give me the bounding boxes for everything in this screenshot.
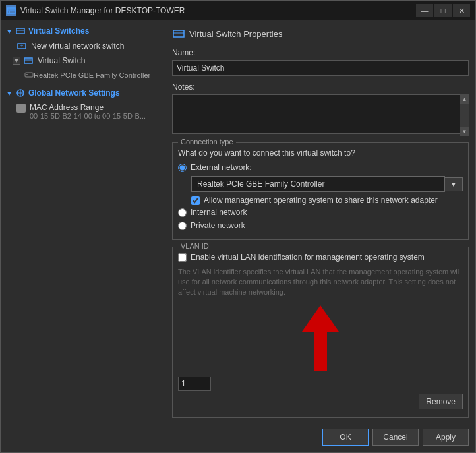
red-arrow xyxy=(302,305,339,371)
vlan-input-row xyxy=(178,377,463,391)
svg-rect-3 xyxy=(16,28,24,34)
scroll-up-arrow[interactable]: ▲ xyxy=(460,94,469,104)
vlan-checkbox-label[interactable]: Enable virtual LAN identification for ma… xyxy=(191,253,425,262)
management-checkbox-row: Allow management operating system to sha… xyxy=(191,196,463,205)
svg-rect-14 xyxy=(173,30,184,37)
switch-icon xyxy=(23,55,34,66)
adapter-dropdown[interactable]: Realtek PCIe GBE Family Controller xyxy=(191,176,445,192)
new-virtual-switch-label: New virtual network switch xyxy=(31,42,124,51)
mac-address-item[interactable]: MAC Address Range 00-15-5D-B2-14-00 to 0… xyxy=(1,101,165,122)
svg-rect-7 xyxy=(24,58,32,63)
right-panel: Virtual Switch Properties Name: Notes: ▲ xyxy=(165,20,475,421)
network-adapter-icon xyxy=(24,70,34,80)
maximize-button[interactable]: □ xyxy=(434,4,452,17)
left-panel: ▼ Virtual Switches + New virtual network… xyxy=(1,20,165,421)
svg-rect-9 xyxy=(25,73,33,77)
virtual-switches-label: Virtual Switches xyxy=(28,26,89,36)
realtek-label: Realtek PCIe GBE Family Controller xyxy=(34,71,150,79)
connection-type-box: Connection type What do you want to conn… xyxy=(172,142,469,240)
panel-title: Virtual Switch Properties xyxy=(189,29,282,39)
svg-point-2 xyxy=(9,11,10,13)
global-network-section: ▼ Global Network Settings MAC Address Ra… xyxy=(1,85,165,122)
close-button[interactable]: ✕ xyxy=(453,4,470,17)
internal-network-row: Internal network xyxy=(178,208,463,217)
vlan-checkbox-row: Enable virtual LAN identification for ma… xyxy=(178,253,463,262)
private-network-radio[interactable] xyxy=(178,222,187,230)
global-network-icon xyxy=(15,88,26,98)
virtual-switches-icon xyxy=(15,26,26,36)
panel-header-icon xyxy=(172,27,185,40)
window-title: Virtual Switch Manager for DESKTOP-TOWER xyxy=(20,6,416,15)
management-checkbox[interactable] xyxy=(191,196,200,205)
connection-type-label: Connection type xyxy=(178,138,236,146)
virtual-switch-label: Virtual Switch xyxy=(38,56,85,65)
realtek-subitem[interactable]: Realtek PCIe GBE Family Controller xyxy=(1,68,165,82)
notes-textarea[interactable] xyxy=(172,94,469,134)
bottom-bar: OK Cancel Apply xyxy=(1,421,475,452)
ok-button[interactable]: OK xyxy=(322,429,369,446)
internal-network-label[interactable]: Internal network xyxy=(191,208,247,217)
main-window: Virtual Switch Manager for DESKTOP-TOWER… xyxy=(0,0,476,453)
svg-text:+: + xyxy=(20,43,24,49)
private-network-row: Private network xyxy=(178,221,463,230)
expand-icon[interactable]: ▼ xyxy=(13,57,20,65)
global-network-header[interactable]: ▼ Global Network Settings xyxy=(1,85,165,101)
mac-address-label: MAC Address Range xyxy=(30,103,146,112)
external-network-radio[interactable] xyxy=(178,164,187,172)
arrow-head xyxy=(302,305,339,332)
management-checkbox-label[interactable]: Allow management operating system to sha… xyxy=(204,196,438,205)
remove-button[interactable]: Remove xyxy=(419,394,463,409)
dropdown-arrow-button[interactable]: ▼ xyxy=(445,177,463,191)
section-collapse-arrow: ▼ xyxy=(6,28,13,35)
remove-row: Remove xyxy=(178,394,463,412)
adapter-dropdown-row: Realtek PCIe GBE Family Controller ▼ xyxy=(191,176,463,192)
vlan-description: The VLAN identifier specifies the virtua… xyxy=(178,267,463,297)
notes-textarea-wrapper: ▲ ▼ xyxy=(172,94,469,136)
arrow-annotation xyxy=(178,303,463,377)
new-switch-icon: + xyxy=(16,41,27,51)
cancel-button[interactable]: Cancel xyxy=(372,429,419,446)
vlan-checkbox[interactable] xyxy=(178,253,187,262)
window-controls: — □ ✕ xyxy=(416,4,470,17)
notes-field-group: Notes: ▲ ▼ xyxy=(172,82,469,136)
panel-header: Virtual Switch Properties xyxy=(172,27,469,40)
internal-network-radio[interactable] xyxy=(178,208,187,217)
arrow-shaft xyxy=(314,332,327,371)
title-bar: Virtual Switch Manager for DESKTOP-TOWER… xyxy=(1,1,475,20)
svg-rect-0 xyxy=(7,8,15,13)
virtual-switches-section[interactable]: ▼ Virtual Switches xyxy=(1,23,165,39)
notes-label: Notes: xyxy=(172,82,469,92)
mac-address-value: 00-15-5D-B2-14-00 to 00-15-5D-B... xyxy=(30,112,146,120)
name-field-group: Name: xyxy=(172,48,469,76)
app-icon xyxy=(6,5,16,16)
name-input[interactable] xyxy=(172,60,469,76)
connection-question: What do you want to connect this virtual… xyxy=(178,148,463,158)
vlan-label: VLAN ID xyxy=(178,242,212,250)
apply-button[interactable]: Apply xyxy=(423,429,469,446)
private-network-label[interactable]: Private network xyxy=(191,221,245,230)
notes-scrollbar[interactable]: ▲ ▼ xyxy=(460,94,469,136)
name-label: Name: xyxy=(172,48,469,57)
virtual-switch-item[interactable]: ▼ Virtual Switch xyxy=(1,53,165,68)
mac-address-icon xyxy=(16,104,26,113)
content-area: ▼ Virtual Switches + New virtual network… xyxy=(1,20,475,421)
minimize-button[interactable]: — xyxy=(416,4,433,17)
external-network-label[interactable]: External network: xyxy=(191,163,252,172)
external-network-row: External network: xyxy=(178,163,463,172)
scroll-down-arrow[interactable]: ▼ xyxy=(460,127,469,136)
vlan-number-input[interactable] xyxy=(178,377,211,391)
global-section-arrow: ▼ xyxy=(6,90,13,97)
vlan-box: VLAN ID Enable virtual LAN identificatio… xyxy=(172,247,469,418)
new-virtual-switch-item[interactable]: + New virtual network switch xyxy=(1,39,165,53)
global-network-label: Global Network Settings xyxy=(28,88,120,98)
